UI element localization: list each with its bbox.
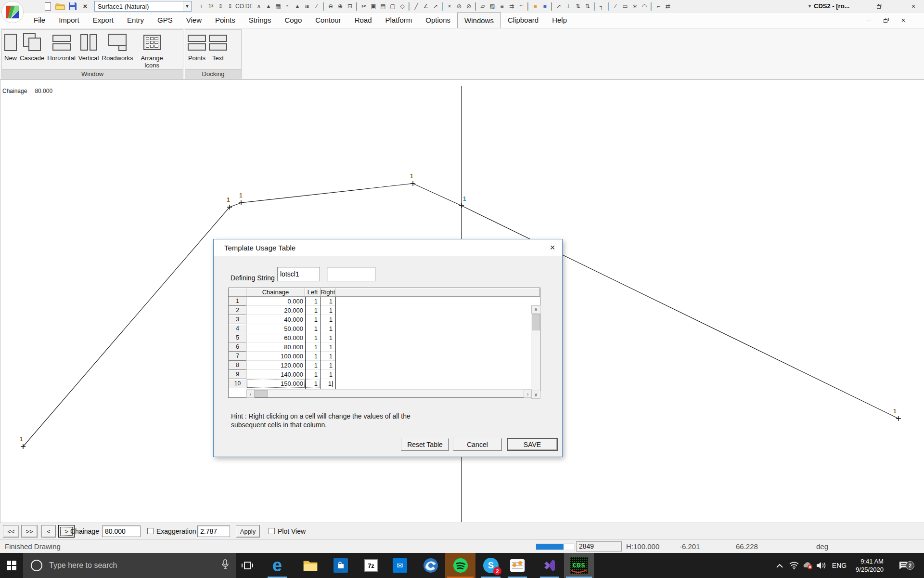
save-icon[interactable]	[66, 1, 79, 12]
join-icon[interactable]: ≃	[516, 1, 526, 12]
blob-icon[interactable]: ▭	[620, 1, 630, 12]
chainage-cell[interactable]: 140.000	[246, 370, 305, 379]
pegs-icon[interactable]: ⇅	[573, 1, 583, 12]
profile-icon[interactable]: ↗	[554, 1, 564, 12]
zoom-in-icon[interactable]: ⊕	[335, 1, 345, 12]
restore-button[interactable]	[873, 1, 885, 11]
taskbar-item-mail[interactable]: ✉	[388, 553, 411, 578]
chainage-cell[interactable]: 150.000	[246, 379, 305, 388]
cut-icon[interactable]: ✂	[359, 1, 369, 12]
background-image-icon[interactable]: ▦	[273, 1, 283, 12]
last-section-button[interactable]: >>	[21, 525, 38, 538]
menu-item[interactable]: File	[27, 13, 52, 28]
start-button[interactable]	[0, 553, 23, 578]
dialog-close-icon[interactable]: ×	[543, 242, 562, 253]
breakline-icon[interactable]: ∧	[254, 1, 264, 12]
scrollbar-thumb[interactable]	[255, 390, 268, 397]
row-number-cell[interactable]: 4	[229, 324, 246, 333]
pegs-2-icon[interactable]: ⇅	[583, 1, 592, 12]
task-view-button[interactable]	[236, 553, 259, 578]
tidy-icon[interactable]: ⌐	[654, 1, 663, 12]
right-cell[interactable]: 1	[321, 315, 335, 324]
scroll-left-icon[interactable]: ‹	[246, 390, 255, 398]
tray-wifi[interactable]	[787, 553, 801, 578]
freehand-icon[interactable]: ∕	[611, 1, 620, 12]
right-cell[interactable]: 1	[321, 352, 335, 361]
separator[interactable]: │	[606, 1, 611, 12]
separator[interactable]: │	[592, 1, 597, 12]
menu-item[interactable]: Platform	[378, 13, 419, 28]
row-number-cell[interactable]: 9	[229, 370, 246, 379]
menu-item[interactable]: Contour	[308, 13, 347, 28]
row-number-cell[interactable]: 3	[229, 315, 246, 324]
explode-icon[interactable]: ∗	[630, 1, 640, 12]
right-cell[interactable]: 1	[321, 379, 335, 388]
separator[interactable]: │	[321, 1, 326, 12]
right-cell[interactable]: 1	[321, 297, 335, 306]
bearing-line-icon[interactable]: ↗	[431, 1, 440, 12]
row-number-cell[interactable]: 7	[229, 352, 246, 361]
minimize-icon[interactable]: –	[861, 14, 876, 26]
first-section-button[interactable]: <<	[3, 525, 19, 538]
row-number-cell[interactable]: 1	[229, 297, 246, 306]
taskbar-search[interactable]: Type here to search	[23, 553, 236, 578]
restore-icon[interactable]	[879, 14, 893, 26]
menu-item[interactable]: Entry	[120, 13, 151, 28]
chainage-cell[interactable]: 20.000	[246, 306, 305, 315]
tray-onedrive[interactable]	[801, 553, 814, 578]
previous-section-button[interactable]: <	[41, 525, 56, 538]
taskbar-item-edge[interactable]: e	[266, 553, 289, 578]
ribbon-button-arrange-icons[interactable]: Arrange Icons	[135, 31, 169, 69]
close-icon[interactable]: ×	[896, 14, 911, 26]
taskbar-item-skype[interactable]: S 2	[479, 553, 502, 578]
left-cell[interactable]: 1	[305, 352, 321, 361]
separator[interactable]: │	[474, 1, 478, 12]
chainage-cell[interactable]: 40.000	[246, 315, 305, 324]
menu-item[interactable]: Strings	[242, 13, 278, 28]
taskbar-item-cds[interactable]: CDS	[564, 553, 594, 578]
right-cell[interactable]: 1	[321, 342, 335, 352]
chainage-cell[interactable]: 50.000	[246, 324, 305, 333]
surface-selector[interactable]: Surface1 (Natural) ▼	[94, 1, 192, 12]
taskbar-item-file-explorer[interactable]	[299, 553, 322, 578]
add-point-icon[interactable]: +	[196, 1, 206, 12]
right-cell[interactable]: 1	[321, 370, 335, 379]
open-file-icon[interactable]	[54, 1, 66, 12]
separator[interactable]: │	[649, 1, 654, 12]
circle-icon[interactable]: ⊘	[454, 1, 464, 12]
vertical-scrollbar[interactable]: ∧ ∨	[531, 305, 540, 399]
menu-item[interactable]: View	[180, 13, 208, 28]
separator[interactable]: │	[550, 1, 554, 12]
menu-item[interactable]: Options	[419, 13, 457, 28]
defining-string-input[interactable]	[277, 267, 320, 281]
hatch-icon[interactable]: ▨	[488, 1, 497, 12]
cross-fall-icon[interactable]: ⊥	[564, 1, 573, 12]
menu-item[interactable]: Road	[348, 13, 379, 28]
taskbar-item-visual-studio[interactable]	[538, 553, 561, 578]
save-button[interactable]: SAVE	[507, 438, 558, 451]
ribbon-button-horizontal[interactable]: Horizontal	[46, 31, 77, 62]
constraint-icon[interactable]: ⇄	[663, 1, 673, 12]
node-edit-icon[interactable]: ┐	[597, 1, 606, 12]
close-drawing-icon[interactable]: ×	[79, 1, 91, 12]
separator[interactable]: │	[355, 1, 359, 12]
taskbar-item-7zip[interactable]: 7z	[359, 553, 383, 578]
taskbar-item-thunderbird[interactable]	[419, 553, 442, 578]
left-cell[interactable]: 1	[305, 370, 321, 379]
exaggeration-checkbox[interactable]	[147, 528, 154, 534]
offset-icon[interactable]: ⇉	[507, 1, 516, 12]
left-cell[interactable]: 1	[305, 306, 321, 315]
right-cell[interactable]: 1	[321, 324, 335, 333]
paste-icon[interactable]: ▤	[378, 1, 388, 12]
chainage-cell[interactable]: 120.000	[246, 361, 305, 370]
row-number-cell[interactable]: 6	[229, 342, 246, 352]
reset-table-button[interactable]: Reset Table	[401, 438, 449, 451]
tray-expand-button[interactable]	[772, 553, 787, 578]
zoom-window-icon[interactable]: ⊡	[345, 1, 355, 12]
chevron-down-icon[interactable]: ▾	[808, 3, 811, 9]
ribbon-button-points-dock[interactable]: Points	[186, 31, 207, 62]
circle-strike-icon[interactable]: ⊘	[464, 1, 474, 12]
ribbon-button-new[interactable]: New	[3, 31, 18, 62]
separator[interactable]: │	[407, 1, 411, 12]
plot-view-checkbox[interactable]	[269, 528, 275, 534]
